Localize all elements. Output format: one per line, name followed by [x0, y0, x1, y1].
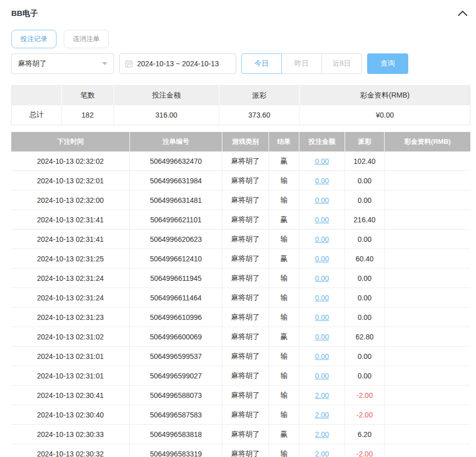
game-type: 麻将胡了 [222, 425, 269, 444]
bet-amount-link[interactable]: 2.00 [315, 411, 329, 419]
table-row: 2024-10-13 02:31:015064996599027麻将胡了输0.0… [11, 366, 470, 386]
bet-amount-link[interactable]: 0.00 [315, 352, 329, 360]
table-row: 2024-10-13 02:32:025064996632470麻将胡了赢0.0… [11, 151, 470, 171]
order-id: 5064996620623 [130, 230, 222, 249]
bet-time: 2024-10-13 02:31:25 [11, 249, 130, 268]
bet-amount-cell: 0.00 [299, 151, 345, 170]
table-row: 2024-10-13 02:31:415064996620623麻将胡了输0.0… [11, 230, 470, 249]
bet-amount-link[interactable]: 0.00 [315, 255, 329, 263]
col-result: 结果 [269, 132, 299, 151]
payout: 0.00 [345, 269, 385, 288]
bonus [385, 327, 470, 346]
game-type: 麻将胡了 [222, 249, 269, 268]
tab-bar: 投注记录 连消注单 [11, 30, 470, 48]
bet-amount-link[interactable]: 0.00 [315, 294, 329, 302]
bet-amount-link[interactable]: 0.00 [315, 235, 329, 243]
order-id: 5064996599537 [130, 347, 222, 366]
bonus [385, 308, 470, 327]
page-title: BB电子 [11, 9, 38, 18]
bet-amount-link[interactable]: 0.00 [315, 177, 329, 185]
col-payout: 派彩 [345, 132, 385, 151]
payout: 0.00 [345, 308, 385, 327]
order-id: 5064996610996 [130, 308, 222, 327]
result: 输 [269, 269, 299, 288]
table-row: 2024-10-13 02:31:245064996611464麻将胡了输0.0… [11, 288, 470, 308]
quick-yesterday-button[interactable]: 昨日 [281, 53, 322, 74]
quick-today-button[interactable]: 今日 [241, 53, 282, 74]
bet-amount-cell: 0.00 [299, 366, 345, 385]
bet-amount-link[interactable]: 0.00 [315, 196, 329, 204]
game-type: 麻将胡了 [222, 171, 269, 190]
order-id: 5064996611945 [130, 269, 222, 288]
bet-amount-link[interactable]: 0.00 [315, 274, 329, 282]
payout: 62.80 [345, 327, 385, 346]
chevron-up-icon [458, 10, 468, 16]
table-row: 2024-10-13 02:31:015064996599537麻将胡了输0.0… [11, 347, 470, 366]
col-bet-time: 下注时间 [11, 132, 130, 151]
game-type: 麻将胡了 [222, 386, 269, 405]
payout: 102.40 [345, 151, 385, 170]
bonus [385, 425, 470, 444]
table-row: 2024-10-13 02:31:245064996611945麻将胡了输0.0… [11, 269, 470, 288]
game-type: 麻将胡了 [222, 230, 269, 249]
summary-col-empty [12, 86, 62, 105]
table-row: 2024-10-13 02:30:325064996583319麻将胡了输2.0… [11, 444, 470, 457]
bet-time: 2024-10-13 02:31:24 [11, 269, 130, 288]
tab-bet-records[interactable]: 投注记录 [11, 30, 56, 48]
tab-cancelled-orders[interactable]: 连消注单 [64, 30, 109, 48]
bonus [385, 269, 470, 288]
game-select[interactable]: 麻将胡了 [11, 53, 114, 74]
game-type: 麻将胡了 [222, 366, 269, 385]
panel: BB电子 投注记录 连消注单 麻将胡了 [0, 0, 476, 457]
bet-amount-link[interactable]: 0.00 [315, 313, 329, 321]
bonus [385, 366, 470, 385]
result: 赢 [269, 327, 299, 346]
result: 输 [269, 444, 299, 457]
result: 输 [269, 191, 299, 210]
bet-time: 2024-10-13 02:31:41 [11, 230, 130, 249]
table-row: 2024-10-13 02:31:025064996600069麻将胡了赢0.0… [11, 327, 470, 347]
payout: 60.40 [345, 249, 385, 268]
result: 赢 [269, 210, 299, 229]
bet-amount-link[interactable]: 2.00 [315, 430, 329, 439]
bet-amount-cell: 0.00 [299, 347, 345, 366]
date-range-input[interactable]: 2024-10-13 ~ 2024-10-13 [119, 53, 236, 74]
table-row: 2024-10-13 02:31:255064996612410麻将胡了赢0.0… [11, 249, 470, 269]
table-row: 2024-10-13 02:30:405064996587583麻将胡了输2.0… [11, 405, 470, 425]
summary-total-label: 总计 [12, 105, 62, 125]
bet-time: 2024-10-13 02:31:01 [11, 347, 130, 366]
search-button[interactable]: 查询 [367, 53, 408, 74]
bet-amount-cell: 0.00 [299, 210, 345, 229]
bet-time: 2024-10-13 02:30:40 [11, 405, 130, 424]
order-id: 5064996588073 [130, 386, 222, 405]
bet-amount-link[interactable]: 2.00 [315, 391, 329, 399]
bet-amount-cell: 0.00 [299, 230, 345, 249]
bet-time: 2024-10-13 02:32:00 [11, 191, 130, 210]
table-row: 2024-10-13 02:30:415064996588073麻将胡了输2.0… [11, 386, 470, 405]
result: 赢 [269, 249, 299, 268]
bet-amount-link[interactable]: 0.00 [315, 216, 329, 224]
bet-time: 2024-10-13 02:30:41 [11, 386, 130, 405]
summary-col-bonus: 彩金资料(RMB) [300, 86, 470, 105]
game-type: 麻将胡了 [222, 210, 269, 229]
bet-amount-cell: 0.00 [299, 269, 345, 288]
bet-time: 2024-10-13 02:31:23 [11, 308, 130, 327]
filter-bar: 麻将胡了 2024-10-13 ~ 2024-10-13 今日 昨日 [11, 53, 470, 74]
order-id: 5064996611464 [130, 288, 222, 307]
bet-amount-link[interactable]: 0.00 [315, 372, 329, 380]
game-type: 麻将胡了 [222, 347, 269, 366]
bet-amount-cell: 2.00 [299, 444, 345, 457]
payout: -2.00 [345, 444, 385, 457]
summary-total-row: 总计 182 316.00 373.60 ¥0.00 [12, 105, 470, 125]
result: 输 [269, 288, 299, 307]
payout: 216.40 [345, 210, 385, 229]
bet-amount-link[interactable]: 0.00 [315, 157, 329, 165]
bet-amount-cell: 0.00 [299, 308, 345, 327]
result: 输 [269, 405, 299, 424]
payout: 6.20 [345, 425, 385, 444]
quick-last8days-button[interactable]: 近8日 [321, 53, 362, 74]
collapse-button[interactable] [456, 7, 469, 20]
bet-amount-link[interactable]: 2.00 [315, 450, 329, 457]
bet-time: 2024-10-13 02:31:41 [11, 210, 130, 229]
bet-amount-link[interactable]: 0.00 [315, 333, 329, 341]
